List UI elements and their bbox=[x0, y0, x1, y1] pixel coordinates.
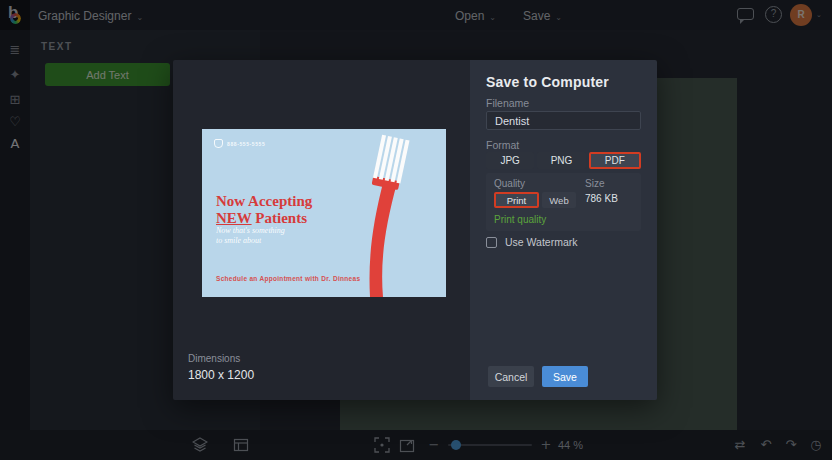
format-jpg-button[interactable]: JPG bbox=[486, 152, 534, 169]
format-png-button[interactable]: PNG bbox=[537, 152, 585, 169]
flyer-headline: Now Accepting NEW Patients bbox=[216, 193, 312, 227]
size-label: Size bbox=[585, 178, 604, 189]
save-to-computer-dialog: 888-555-5555 Now Accepting NEW Patients … bbox=[173, 60, 657, 400]
save-button[interactable]: Save bbox=[542, 366, 588, 387]
quality-note: Print quality bbox=[494, 214, 546, 225]
quality-print-button[interactable]: Print bbox=[494, 192, 539, 208]
toothbrush-image bbox=[326, 129, 446, 297]
watermark-label: Use Watermark bbox=[505, 236, 578, 248]
flyer-subhead: Now that's something to smile about bbox=[216, 226, 285, 246]
dimensions-label: Dimensions bbox=[188, 353, 240, 364]
preview-pane: 888-555-5555 Now Accepting NEW Patients … bbox=[173, 60, 470, 400]
clinic-logo-icon bbox=[214, 139, 223, 148]
format-pdf-button[interactable]: PDF bbox=[589, 152, 641, 169]
dialog-title: Save to Computer bbox=[486, 74, 609, 90]
design-preview: 888-555-5555 Now Accepting NEW Patients … bbox=[202, 129, 446, 297]
quality-label: Quality bbox=[494, 178, 525, 189]
cancel-button[interactable]: Cancel bbox=[488, 366, 534, 387]
watermark-option[interactable]: Use Watermark bbox=[486, 236, 578, 248]
quality-web-button[interactable]: Web bbox=[542, 192, 576, 208]
clinic-phone: 888-555-5555 bbox=[227, 141, 265, 147]
watermark-checkbox[interactable] bbox=[486, 237, 497, 248]
save-options-pane: Save to Computer Filename Format JPG PNG… bbox=[470, 60, 657, 400]
dimensions-value: 1800 x 1200 bbox=[188, 368, 254, 382]
format-label: Format bbox=[486, 139, 519, 151]
format-selector: JPG PNG PDF bbox=[486, 152, 641, 169]
filename-input[interactable] bbox=[486, 111, 641, 130]
filename-label: Filename bbox=[486, 97, 529, 109]
size-value: 786 KB bbox=[585, 193, 618, 204]
quality-box: Quality Size Print Web 786 KB Print qual… bbox=[486, 173, 641, 231]
app-window: b Graphic Designer⌄ Open⌄ Save⌄ ? R ⌄ ≣ … bbox=[0, 0, 832, 460]
